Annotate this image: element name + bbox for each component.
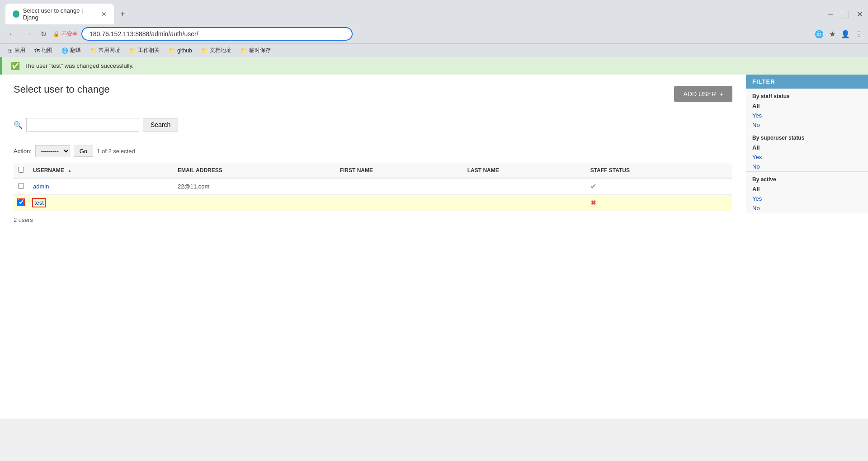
admin-checkbox-cell	[14, 178, 28, 195]
filter-section-active: By active All Yes No	[746, 172, 868, 213]
content-area: Select user to change ADD USER + 🔍 Searc…	[0, 75, 746, 232]
maximize-button[interactable]: ⬜	[840, 10, 849, 19]
security-info: 🔒 不安全	[53, 30, 78, 38]
go-button[interactable]: Go	[74, 146, 93, 157]
test-username-cell: test	[28, 195, 173, 211]
username-header[interactable]: USERNAME ▲	[28, 163, 173, 179]
sort-icon: ▲	[67, 168, 72, 173]
test-email-cell	[173, 195, 335, 211]
filter-active-no[interactable]: No	[746, 203, 868, 213]
table-row: test ✖	[14, 195, 732, 211]
filter-active-all[interactable]: All	[746, 184, 868, 194]
filter-sidebar: FILTER By staff status All Yes No By sup…	[746, 75, 868, 232]
add-user-label: ADD USER	[683, 90, 716, 98]
filter-staff-no[interactable]: No	[746, 120, 868, 130]
search-button[interactable]: Search	[143, 118, 178, 132]
action-label: Action:	[14, 148, 32, 155]
page-header: Select user to change ADD USER +	[14, 84, 732, 104]
filter-staff-yes[interactable]: Yes	[746, 111, 868, 120]
bookmark-github[interactable]: 📁 github	[166, 47, 195, 55]
select-all-checkbox[interactable]	[18, 167, 24, 173]
filter-section-staff: By staff status All Yes No	[746, 89, 868, 130]
filter-staff-all[interactable]: All	[746, 101, 868, 111]
admin-staffstatus-cell: ✔	[586, 178, 732, 195]
active-tab[interactable]: 🌐 Select user to change | Djang ✕	[5, 4, 114, 24]
test-staffstatus-cell: ✖	[586, 195, 732, 211]
profile-icon[interactable]: 👤	[841, 30, 850, 38]
add-user-button[interactable]: ADD USER +	[674, 86, 732, 102]
action-bar: Action: --------- Go 1 of 2 selected	[14, 145, 732, 157]
admin-row-checkbox[interactable]	[18, 183, 24, 189]
lock-icon: 🔒	[53, 31, 60, 37]
security-label: 不安全	[61, 30, 78, 38]
admin-email: 22@11.com	[178, 183, 209, 190]
admin-staffstatus-icon: ✔	[590, 183, 596, 190]
close-button[interactable]: ✕	[857, 10, 863, 19]
maps-icon: 🗺	[34, 47, 40, 54]
title-bar: 🌐 Select user to change | Djang ✕ + ─ ⬜ …	[0, 0, 868, 24]
page-title: Select user to change	[14, 84, 110, 95]
test-row-checkbox[interactable]	[18, 199, 24, 205]
users-table: USERNAME ▲ EMAIL ADDRESS FIRST NAME LAST…	[14, 163, 732, 211]
bookmark-translate[interactable]: 🌐 翻译	[59, 46, 84, 55]
apps-icon: ⊞	[8, 47, 13, 54]
new-tab-button[interactable]: +	[116, 7, 130, 22]
window-controls: ─ ⬜ ✕	[828, 10, 863, 19]
email-header[interactable]: EMAIL ADDRESS	[173, 163, 335, 179]
page-content: ✅ The user "test" was changed successful…	[0, 57, 868, 419]
tab-close-button[interactable]: ✕	[101, 10, 107, 18]
folder-icon-4: 📁	[201, 47, 208, 54]
success-banner: ✅ The user "test" was changed successful…	[0, 57, 868, 75]
folder-icon-2: 📁	[129, 47, 136, 54]
folder-icon-1: 📁	[90, 47, 97, 54]
bookmark-work[interactable]: 📁 工作相关	[127, 46, 162, 55]
filter-header: FILTER	[746, 75, 868, 89]
reload-button[interactable]: ↻	[38, 28, 49, 40]
search-icon: 🔍	[14, 121, 23, 129]
filter-superuser-all[interactable]: All	[746, 143, 868, 152]
lastname-header[interactable]: LAST NAME	[463, 163, 586, 179]
minimize-button[interactable]: ─	[828, 10, 833, 18]
url-input[interactable]	[81, 27, 353, 41]
bookmarks-bar: ⊞ 应用 🗺 地图 🌐 翻译 📁 常用网址 📁 工作相关 📁 github 📁 …	[0, 43, 868, 57]
staffstatus-header[interactable]: STAFF STATUS	[586, 163, 732, 179]
admin-email-cell: 22@11.com	[173, 178, 335, 195]
test-staffstatus-icon: ✖	[590, 199, 596, 207]
admin-username-cell: admin	[28, 178, 173, 195]
table-row: admin 22@11.com ✔	[14, 178, 732, 195]
tab-favicon: 🌐	[13, 10, 19, 18]
bookmark-common[interactable]: 📁 常用网址	[87, 46, 123, 55]
bookmark-docs[interactable]: 📁 文档地址	[198, 46, 234, 55]
test-username-link[interactable]: test	[33, 199, 45, 207]
forward-button[interactable]: →	[22, 28, 34, 40]
menu-icon[interactable]: ⋮	[855, 30, 863, 38]
search-input[interactable]	[26, 118, 139, 132]
translate-icon[interactable]: 🌐	[815, 30, 824, 38]
filter-superuser-title: By superuser status	[746, 130, 868, 143]
table-header-row: USERNAME ▲ EMAIL ADDRESS FIRST NAME LAST…	[14, 163, 732, 179]
test-lastname-cell	[463, 195, 586, 211]
firstname-header[interactable]: FIRST NAME	[335, 163, 463, 179]
add-user-plus-icon: +	[720, 90, 723, 98]
filter-superuser-no[interactable]: No	[746, 162, 868, 171]
selected-count: 1 of 2 selected	[97, 148, 135, 155]
main-layout: Select user to change ADD USER + 🔍 Searc…	[0, 75, 868, 232]
bookmark-maps[interactable]: 🗺 地图	[32, 46, 55, 55]
test-firstname-cell	[335, 195, 463, 211]
row-count: 2 users	[14, 216, 732, 223]
admin-lastname-cell	[463, 178, 586, 195]
admin-username-link[interactable]: admin	[33, 183, 49, 190]
search-bar: 🔍 Search	[14, 113, 732, 136]
back-button[interactable]: ←	[5, 28, 18, 40]
success-icon: ✅	[11, 61, 20, 70]
bookmark-icon[interactable]: ★	[829, 30, 835, 38]
bookmark-temp[interactable]: 📁 临时保存	[238, 46, 274, 55]
filter-superuser-yes[interactable]: Yes	[746, 152, 868, 162]
address-bar-actions: 🌐 ★ 👤 ⋮	[815, 30, 863, 38]
filter-section-superuser: By superuser status All Yes No	[746, 130, 868, 172]
translate-bk-icon: 🌐	[61, 47, 68, 54]
admin-firstname-cell	[335, 178, 463, 195]
filter-active-yes[interactable]: Yes	[746, 194, 868, 203]
action-select[interactable]: ---------	[35, 145, 70, 157]
bookmark-apps[interactable]: ⊞ 应用	[5, 46, 28, 55]
